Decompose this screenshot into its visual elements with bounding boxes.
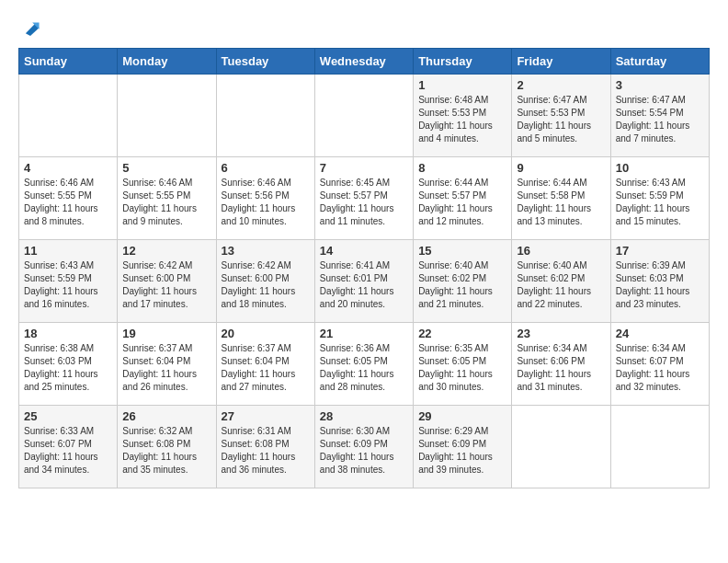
calendar-cell: 16Sunrise: 6:40 AM Sunset: 6:02 PM Dayli… bbox=[512, 240, 610, 323]
day-info: Sunrise: 6:31 AM Sunset: 6:08 PM Dayligh… bbox=[222, 425, 310, 477]
day-info: Sunrise: 6:36 AM Sunset: 6:05 PM Dayligh… bbox=[320, 342, 408, 394]
calendar-cell: 6Sunrise: 6:46 AM Sunset: 5:56 PM Daylig… bbox=[216, 157, 314, 240]
day-number: 18 bbox=[24, 327, 112, 340]
calendar-cell: 10Sunrise: 6:43 AM Sunset: 5:59 PM Dayli… bbox=[610, 157, 709, 240]
calendar-cell: 25Sunrise: 6:33 AM Sunset: 6:07 PM Dayli… bbox=[19, 406, 118, 488]
calendar-cell: 19Sunrise: 6:37 AM Sunset: 6:04 PM Dayli… bbox=[118, 323, 216, 406]
day-number: 23 bbox=[517, 327, 605, 340]
day-number: 27 bbox=[222, 409, 310, 423]
calendar-cell bbox=[19, 75, 118, 157]
day-info: Sunrise: 6:37 AM Sunset: 6:04 PM Dayligh… bbox=[122, 342, 210, 394]
calendar-cell bbox=[314, 75, 413, 157]
calendar-cell: 29Sunrise: 6:29 AM Sunset: 6:09 PM Dayli… bbox=[414, 406, 512, 488]
day-info: Sunrise: 6:46 AM Sunset: 5:55 PM Dayligh… bbox=[122, 177, 210, 228]
calendar-cell: 5Sunrise: 6:46 AM Sunset: 5:55 PM Daylig… bbox=[118, 157, 216, 240]
day-number: 17 bbox=[616, 244, 704, 258]
day-number: 14 bbox=[320, 244, 408, 258]
day-number: 9 bbox=[517, 161, 605, 175]
day-info: Sunrise: 6:44 AM Sunset: 5:58 PM Dayligh… bbox=[517, 177, 605, 228]
day-number: 19 bbox=[122, 327, 210, 340]
calendar-cell: 22Sunrise: 6:35 AM Sunset: 6:05 PM Dayli… bbox=[414, 323, 512, 406]
day-info: Sunrise: 6:35 AM Sunset: 6:05 PM Dayligh… bbox=[418, 342, 506, 394]
day-info: Sunrise: 6:29 AM Sunset: 6:09 PM Dayligh… bbox=[418, 425, 506, 477]
day-header-monday: Monday bbox=[118, 49, 216, 75]
day-info: Sunrise: 6:44 AM Sunset: 5:57 PM Dayligh… bbox=[418, 177, 506, 228]
calendar-cell: 11Sunrise: 6:43 AM Sunset: 5:59 PM Dayli… bbox=[19, 240, 118, 323]
day-number: 15 bbox=[418, 244, 506, 258]
day-header-sunday: Sunday bbox=[19, 49, 118, 75]
day-info: Sunrise: 6:40 AM Sunset: 6:02 PM Dayligh… bbox=[517, 259, 605, 311]
day-number: 24 bbox=[616, 327, 704, 340]
day-number: 16 bbox=[517, 244, 605, 258]
day-number: 26 bbox=[122, 409, 210, 423]
day-info: Sunrise: 6:41 AM Sunset: 6:01 PM Dayligh… bbox=[320, 259, 408, 311]
day-number: 5 bbox=[122, 161, 210, 175]
day-number: 4 bbox=[24, 161, 112, 175]
day-info: Sunrise: 6:45 AM Sunset: 5:57 PM Dayligh… bbox=[320, 177, 408, 228]
calendar-cell bbox=[118, 75, 216, 157]
day-info: Sunrise: 6:47 AM Sunset: 5:53 PM Dayligh… bbox=[517, 94, 605, 145]
week-row-2: 4Sunrise: 6:46 AM Sunset: 5:55 PM Daylig… bbox=[19, 157, 710, 240]
calendar-cell: 26Sunrise: 6:32 AM Sunset: 6:08 PM Dayli… bbox=[118, 406, 216, 488]
day-info: Sunrise: 6:47 AM Sunset: 5:54 PM Dayligh… bbox=[616, 94, 704, 145]
calendar-cell: 14Sunrise: 6:41 AM Sunset: 6:01 PM Dayli… bbox=[314, 240, 413, 323]
calendar-cell: 20Sunrise: 6:37 AM Sunset: 6:04 PM Dayli… bbox=[216, 323, 314, 406]
calendar-cell: 1Sunrise: 6:48 AM Sunset: 5:53 PM Daylig… bbox=[414, 75, 512, 157]
calendar-cell: 23Sunrise: 6:34 AM Sunset: 6:06 PM Dayli… bbox=[512, 323, 610, 406]
day-info: Sunrise: 6:33 AM Sunset: 6:07 PM Dayligh… bbox=[24, 425, 112, 477]
week-row-3: 11Sunrise: 6:43 AM Sunset: 5:59 PM Dayli… bbox=[19, 240, 710, 323]
calendar-cell: 7Sunrise: 6:45 AM Sunset: 5:57 PM Daylig… bbox=[314, 157, 413, 240]
week-row-4: 18Sunrise: 6:38 AM Sunset: 6:03 PM Dayli… bbox=[19, 323, 710, 406]
day-header-thursday: Thursday bbox=[414, 49, 512, 75]
day-number: 6 bbox=[222, 161, 310, 175]
day-info: Sunrise: 6:42 AM Sunset: 6:00 PM Dayligh… bbox=[222, 259, 310, 311]
day-number: 22 bbox=[418, 327, 506, 340]
day-header-saturday: Saturday bbox=[610, 49, 709, 75]
day-number: 25 bbox=[24, 409, 112, 423]
day-info: Sunrise: 6:30 AM Sunset: 6:09 PM Dayligh… bbox=[320, 425, 408, 477]
day-number: 20 bbox=[222, 327, 310, 340]
calendar-cell: 17Sunrise: 6:39 AM Sunset: 6:03 PM Dayli… bbox=[610, 240, 709, 323]
page-header bbox=[18, 18, 710, 39]
calendar-cell: 9Sunrise: 6:44 AM Sunset: 5:58 PM Daylig… bbox=[512, 157, 610, 240]
day-header-wednesday: Wednesday bbox=[314, 49, 413, 75]
day-number: 1 bbox=[418, 78, 506, 92]
day-header-tuesday: Tuesday bbox=[216, 49, 314, 75]
calendar-cell: 15Sunrise: 6:40 AM Sunset: 6:02 PM Dayli… bbox=[414, 240, 512, 323]
day-info: Sunrise: 6:42 AM Sunset: 6:00 PM Dayligh… bbox=[122, 259, 210, 311]
day-info: Sunrise: 6:37 AM Sunset: 6:04 PM Dayligh… bbox=[222, 342, 310, 394]
day-info: Sunrise: 6:34 AM Sunset: 6:06 PM Dayligh… bbox=[517, 342, 605, 394]
calendar-cell bbox=[610, 406, 709, 488]
day-info: Sunrise: 6:43 AM Sunset: 5:59 PM Dayligh… bbox=[616, 177, 704, 228]
logo-icon bbox=[20, 18, 40, 39]
day-info: Sunrise: 6:34 AM Sunset: 6:07 PM Dayligh… bbox=[616, 342, 704, 394]
calendar-cell bbox=[216, 75, 314, 157]
calendar-cell: 4Sunrise: 6:46 AM Sunset: 5:55 PM Daylig… bbox=[19, 157, 118, 240]
week-row-5: 25Sunrise: 6:33 AM Sunset: 6:07 PM Dayli… bbox=[19, 406, 710, 488]
day-number: 10 bbox=[616, 161, 704, 175]
calendar-cell: 24Sunrise: 6:34 AM Sunset: 6:07 PM Dayli… bbox=[610, 323, 709, 406]
calendar-cell: 18Sunrise: 6:38 AM Sunset: 6:03 PM Dayli… bbox=[19, 323, 118, 406]
day-number: 7 bbox=[320, 161, 408, 175]
calendar-cell: 28Sunrise: 6:30 AM Sunset: 6:09 PM Dayli… bbox=[314, 406, 413, 488]
day-number: 11 bbox=[24, 244, 112, 258]
calendar-cell: 13Sunrise: 6:42 AM Sunset: 6:00 PM Dayli… bbox=[216, 240, 314, 323]
calendar-cell: 21Sunrise: 6:36 AM Sunset: 6:05 PM Dayli… bbox=[314, 323, 413, 406]
day-number: 3 bbox=[616, 78, 704, 92]
calendar-cell: 2Sunrise: 6:47 AM Sunset: 5:53 PM Daylig… bbox=[512, 75, 610, 157]
day-header-friday: Friday bbox=[512, 49, 610, 75]
day-number: 28 bbox=[320, 409, 408, 423]
day-number: 2 bbox=[517, 78, 605, 92]
calendar-table: SundayMondayTuesdayWednesdayThursdayFrid… bbox=[18, 48, 710, 488]
day-number: 8 bbox=[418, 161, 506, 175]
day-number: 13 bbox=[222, 244, 310, 258]
calendar-cell: 27Sunrise: 6:31 AM Sunset: 6:08 PM Dayli… bbox=[216, 406, 314, 488]
day-info: Sunrise: 6:46 AM Sunset: 5:55 PM Dayligh… bbox=[24, 177, 112, 228]
calendar-cell: 8Sunrise: 6:44 AM Sunset: 5:57 PM Daylig… bbox=[414, 157, 512, 240]
calendar-cell: 3Sunrise: 6:47 AM Sunset: 5:54 PM Daylig… bbox=[610, 75, 709, 157]
calendar-cell: 12Sunrise: 6:42 AM Sunset: 6:00 PM Dayli… bbox=[118, 240, 216, 323]
day-info: Sunrise: 6:32 AM Sunset: 6:08 PM Dayligh… bbox=[122, 425, 210, 477]
logo bbox=[18, 18, 40, 39]
day-info: Sunrise: 6:39 AM Sunset: 6:03 PM Dayligh… bbox=[616, 259, 704, 311]
day-info: Sunrise: 6:46 AM Sunset: 5:56 PM Dayligh… bbox=[222, 177, 310, 228]
